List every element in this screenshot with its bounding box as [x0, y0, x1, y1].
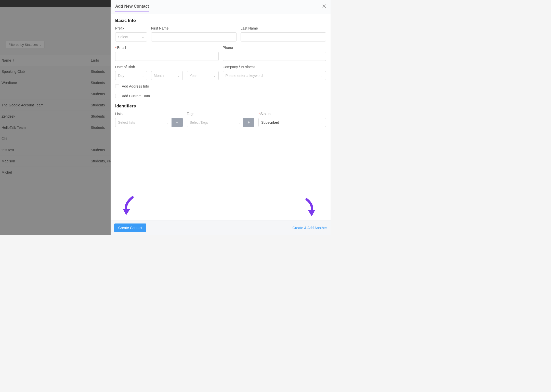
modal-header: Add New Contact — [111, 0, 331, 14]
chevron-down-icon: ⌄ — [213, 74, 216, 77]
label-last-name: Last Name — [241, 26, 326, 30]
modal-title: Add New Contact — [115, 4, 149, 11]
section-identifiers: Identifiers — [115, 104, 326, 109]
lists-select[interactable]: Select lists ⌄ — [115, 118, 172, 127]
x-icon — [322, 4, 326, 8]
add-address-label: Add Address Info — [122, 84, 149, 88]
first-name-input[interactable] — [151, 32, 237, 41]
chevron-down-icon: ⌄ — [142, 35, 144, 39]
dob-day-select[interactable]: Day ⌄ — [115, 71, 147, 80]
chevron-down-icon: ⌄ — [238, 121, 241, 124]
add-custom-label: Add Custom Data — [122, 94, 150, 98]
phone-input[interactable] — [223, 52, 326, 61]
label-email: *Email — [115, 46, 219, 50]
label-company: Company / Business — [223, 65, 326, 69]
dob-month-select[interactable]: Month ⌄ — [151, 71, 183, 80]
label-phone: Phone — [223, 46, 326, 50]
dob-year-select[interactable]: Year ⌄ — [187, 71, 219, 80]
label-prefix: Prefix — [115, 26, 147, 30]
chevron-down-icon: ⌄ — [142, 74, 144, 77]
create-contact-button[interactable]: Create Contact — [114, 223, 146, 232]
company-input[interactable]: Please enter a keyword ⌄ — [223, 71, 326, 80]
label-dob: Date of Birth — [115, 65, 219, 69]
create-add-another-button[interactable]: Create & Add Another — [293, 226, 327, 230]
label-tags: Tags — [187, 112, 254, 116]
modal-footer: Create Contact Create & Add Another — [111, 220, 331, 235]
status-select[interactable]: Subscribed ⌄ — [258, 118, 326, 127]
chevron-down-icon: ⌄ — [321, 74, 323, 77]
tags-select[interactable]: Select Tags ⌄ — [187, 118, 243, 127]
chevron-down-icon: ⌄ — [321, 121, 323, 124]
label-lists: Lists — [115, 112, 183, 116]
add-custom-checkbox-row[interactable]: Add Custom Data — [115, 94, 326, 98]
close-icon[interactable] — [322, 4, 326, 9]
chevron-down-icon: ⌄ — [166, 121, 169, 124]
checkbox-icon — [115, 84, 119, 88]
checkbox-icon — [115, 94, 119, 98]
add-list-button[interactable]: + — [172, 118, 183, 127]
email-input[interactable] — [115, 52, 219, 61]
prefix-select[interactable]: Select ⌄ — [115, 32, 147, 41]
add-address-checkbox-row[interactable]: Add Address Info — [115, 84, 326, 88]
add-tag-button[interactable]: + — [243, 118, 254, 127]
chevron-down-icon: ⌄ — [177, 74, 180, 77]
label-first-name: First Name — [151, 26, 237, 30]
section-basic-info: Basic Info — [115, 18, 326, 23]
last-name-input[interactable] — [241, 32, 326, 41]
label-status: *Status — [258, 112, 326, 116]
modal-body: Basic Info Prefix Select ⌄ First Name La… — [111, 14, 331, 220]
add-contact-modal: Add New Contact Basic Info Prefix Select… — [111, 0, 331, 235]
